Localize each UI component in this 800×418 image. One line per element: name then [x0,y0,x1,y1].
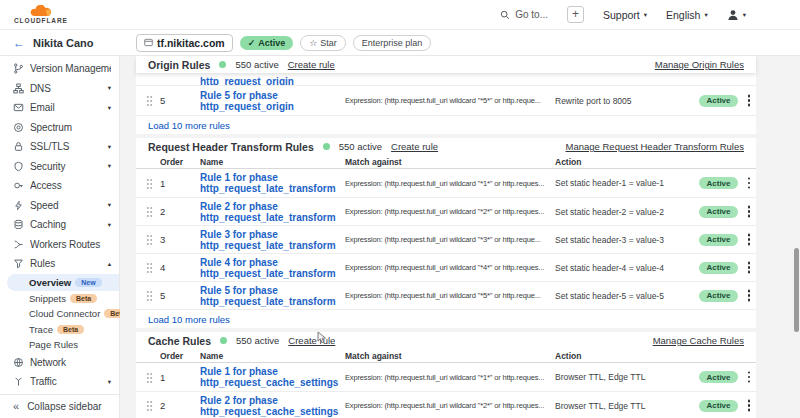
status-badge: Active [699,371,737,383]
rule-order: 5 [160,95,200,106]
sidebar-item-network[interactable]: Network [0,353,119,373]
more-options-button[interactable] [742,288,756,304]
beta-badge: Beta [57,325,84,334]
sidebar-item-dns[interactable]: DNS ▾ [0,79,119,99]
table-row: 5 Rule 5 for phase http_request_origin E… [136,85,756,115]
sidebar-item-email[interactable]: Email ▾ [0,98,119,118]
user-menu[interactable]: ▾ [727,9,746,21]
plan-badge: Enterprise plan [353,35,432,51]
sidebar-item-snippets[interactable]: Snippets Beta [0,291,119,307]
spectrum-icon [12,121,24,133]
sidebar-item-speed[interactable]: Speed ▾ [0,196,119,216]
chevron-down-icon: ▾ [743,11,746,19]
dns-icon [12,82,24,94]
manage-cache-rules-link[interactable]: Manage Cache Rules [653,335,744,346]
beta-badge: Beta [70,294,97,303]
sidebar-item-page-rules[interactable]: Page Rules [0,337,119,353]
active-count: 550 active [339,141,382,152]
drag-handle-icon[interactable] [146,234,153,245]
sidebar-item-trace[interactable]: Trace Beta [0,322,119,338]
traffic-icon [12,376,24,388]
rule-name-link[interactable]: Rule 2 for phase http_request_cache_sett… [200,395,345,417]
section-title: Cache Rules [148,335,211,347]
global-header: CLOUDFLARE Go to... + Support ▾ English … [0,0,800,30]
active-count: 550 active [236,335,279,346]
back-arrow-icon[interactable]: ← [13,37,25,49]
more-options-button[interactable] [742,232,756,248]
table-column-headers: Order Name Match against Action [136,349,756,363]
chevron-down-icon: ▾ [108,378,111,386]
sidebar-item-security[interactable]: Security ▾ [0,157,119,177]
sidebar-item-overview[interactable]: Overview New [7,274,119,291]
more-options-button[interactable] [742,175,756,191]
collapse-sidebar-button[interactable]: « Collapse sidebar [0,394,119,418]
star-button[interactable]: ☆ Star [300,35,346,51]
create-rule-link[interactable]: Create rule [288,59,335,70]
domain-selector[interactable]: tf.nikitac.com [136,34,233,52]
lightning-icon [12,199,24,211]
search-placeholder: Go to... [515,9,548,20]
more-options-button[interactable] [742,260,756,276]
column-order: Order [160,157,200,167]
rule-name-link[interactable]: Rule 5 for phase http_request_origin [200,90,345,112]
sidebar-item-traffic[interactable]: Traffic ▾ [0,372,119,392]
create-rule-link[interactable]: Create rule [391,141,438,152]
support-menu[interactable]: Support ▾ [603,9,647,21]
manage-origin-rules-link[interactable]: Manage Origin Rules [655,59,744,70]
sidebar-item-access[interactable]: Access [0,176,119,196]
rule-action: Rewrite port to 8005 [555,96,695,106]
drag-handle-icon[interactable] [146,95,153,106]
more-options-button[interactable] [742,204,756,220]
more-options-button[interactable] [742,369,756,385]
table-row: 1 Rule 1 for phase http_request_cache_se… [136,363,756,391]
table-row: 4 Rule 4 for phase http_request_late_tra… [136,253,756,281]
rule-name-link[interactable]: Rule 1 for phase http_request_cache_sett… [200,366,345,388]
add-button[interactable]: + [567,6,584,23]
sidebar-item-caching[interactable]: Caching ▾ [0,215,119,235]
rule-name-link[interactable]: Rule 4 for phase http_request_late_trans… [200,257,345,279]
search-input[interactable]: Go to... [500,9,548,20]
language-menu[interactable]: English ▾ [666,9,708,21]
sidebar-item-spectrum[interactable]: Spectrum [0,118,119,138]
load-more-link[interactable]: Load 10 more rules [136,115,756,134]
rule-name-link[interactable]: http_request_origin [200,76,294,85]
load-more-link[interactable]: Load 10 more rules [136,309,756,328]
status-badge: Active [699,234,737,246]
drag-handle-icon[interactable] [146,178,153,189]
sidebar-item-workers-routes[interactable]: Workers Routes [0,235,119,255]
sidebar-item-cloud-connector[interactable]: Cloud Connector Beta [0,306,119,322]
branch-icon [12,63,24,75]
drag-handle-icon[interactable] [146,372,153,383]
drag-handle-icon[interactable] [146,262,153,273]
more-options-button[interactable] [742,93,756,109]
table-column-headers: Order Name Match against Action [136,155,756,169]
drag-handle-icon[interactable] [146,290,153,301]
chevron-down-icon: ▾ [108,104,111,112]
column-action: Action [555,351,695,361]
route-icon [12,238,24,250]
sidebar-item-rules[interactable]: Rules ▴ [0,254,119,274]
domain-icon [144,38,153,47]
rule-name-link[interactable]: Rule 2 for phase http_request_late_trans… [200,201,345,223]
filter-icon [12,258,24,270]
drag-handle-icon[interactable] [146,400,153,411]
rule-name-link[interactable]: Rule 5 for phase http_request_late_trans… [200,285,345,307]
column-action: Action [555,157,695,167]
new-badge: New [75,278,101,287]
domain-name: tf.nikitac.com [157,37,225,49]
create-rule-link[interactable]: Create rule [288,335,335,346]
section-title: Origin Rules [148,59,210,71]
scrollbar-thumb[interactable] [794,248,799,332]
cloudflare-cloud-icon [28,5,54,17]
search-icon [500,10,510,20]
more-options-button[interactable] [742,398,756,414]
manage-transform-rules-link[interactable]: Manage Request Header Transform Rules [566,141,744,152]
rule-name-link[interactable]: Rule 1 for phase http_request_late_trans… [200,172,345,194]
cloudflare-logo[interactable]: CLOUDFLARE [14,5,68,25]
rule-name-link[interactable]: Rule 3 for phase http_request_late_trans… [200,229,345,251]
sidebar-item-ssl-tls[interactable]: SSL/TLS ▾ [0,137,119,157]
sidebar-item-version-management[interactable]: Version Management [0,59,119,79]
status-badge: Active [699,400,737,412]
drag-handle-icon[interactable] [146,206,153,217]
sidebar: Version Management DNS ▾ Email ▾ [0,56,120,418]
